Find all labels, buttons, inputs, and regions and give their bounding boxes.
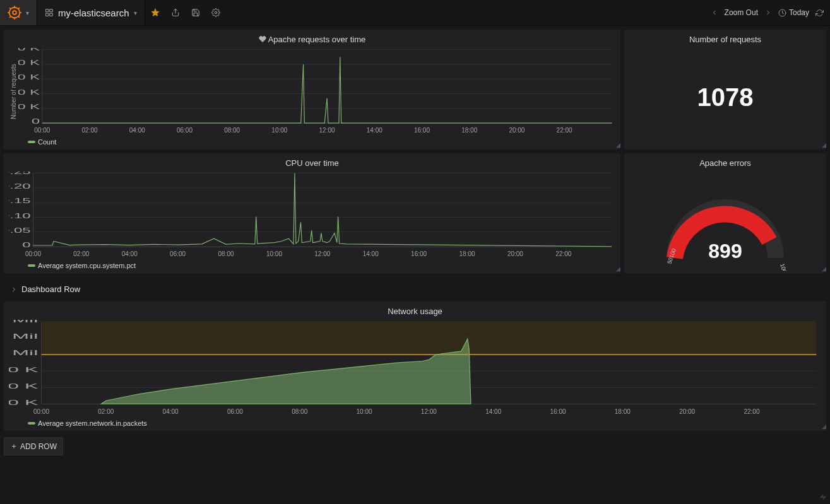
- svg-rect-3: [46, 9, 49, 12]
- resize-handle-icon[interactable]: ◢: [616, 265, 619, 272]
- x-tick: 08:00: [218, 250, 234, 257]
- bolt-icon: [819, 493, 827, 501]
- svg-text:700 K: 700 K: [9, 398, 38, 406]
- panel-apache-requests[interactable]: Apache requests over time Number of requ…: [4, 30, 620, 149]
- svg-text:0: 0: [22, 242, 30, 249]
- x-tick: 12:00: [314, 250, 330, 257]
- plus-icon: ＋: [10, 441, 18, 452]
- svg-text:40 K: 40 K: [18, 59, 40, 66]
- resize-handle-icon[interactable]: ◢: [822, 423, 825, 430]
- star-icon: [151, 8, 160, 17]
- x-tick: 04:00: [129, 127, 145, 134]
- share-button[interactable]: [165, 0, 186, 25]
- x-tick: 10:00: [266, 250, 282, 257]
- svg-rect-4: [50, 9, 52, 12]
- svg-text:30 K: 30 K: [18, 74, 40, 81]
- x-tick: 20:00: [507, 250, 523, 257]
- panel-title: CPU over time: [4, 153, 620, 169]
- svg-text:0.20: 0.20: [9, 183, 31, 190]
- x-tick: 16:00: [550, 408, 566, 415]
- row-1: Apache requests over time Number of requ…: [0, 26, 830, 277]
- panel-apache-errors[interactable]: Apache errors 899 50100 1000 ◢: [624, 153, 826, 273]
- x-tick: 18:00: [459, 250, 475, 257]
- x-tick: 02:00: [82, 127, 98, 134]
- y-axis-title: Number of requests: [9, 48, 18, 136]
- svg-marker-58: [820, 493, 827, 501]
- resize-handle-icon[interactable]: ◢: [616, 141, 619, 148]
- x-tick: 14:00: [485, 408, 501, 415]
- grid-icon: [45, 8, 54, 17]
- svg-text:0.25: 0.25: [9, 172, 31, 175]
- add-row-button[interactable]: ＋ ADD ROW: [4, 437, 63, 455]
- row-header-label: Dashboard Row: [21, 284, 80, 294]
- svg-marker-7: [151, 9, 159, 16]
- x-tick: 10:00: [271, 127, 287, 134]
- panel-request-count[interactable]: Number of requests 1078 ◢: [624, 30, 826, 149]
- resize-handle-icon[interactable]: ◢: [822, 141, 825, 148]
- row-3: Network usage 700 K800 K900 K1.0 Mil1.1 …: [0, 302, 830, 435]
- resize-handle-icon[interactable]: ◢: [822, 265, 825, 272]
- x-tick: 00:00: [34, 127, 50, 134]
- zoom-out-label: Zoom Out: [725, 8, 758, 17]
- grafana-logo-icon: [8, 6, 21, 20]
- clock-icon: [778, 9, 786, 17]
- x-tick: 22:00: [557, 127, 572, 134]
- x-tick: 18:00: [615, 408, 631, 415]
- chevron-right-icon: [10, 286, 18, 293]
- svg-text:1.0 Mil: 1.0 Mil: [9, 349, 38, 357]
- dashboard-title: my-elasticsearch: [58, 8, 129, 18]
- panel-title: Network usage: [4, 302, 826, 317]
- stat-value: 1078: [697, 83, 754, 112]
- refresh-icon[interactable]: [815, 9, 824, 17]
- chevron-left-icon: [711, 9, 718, 16]
- x-tick: 20:00: [509, 127, 525, 134]
- panel-network-usage[interactable]: Network usage 700 K800 K900 K1.0 Mil1.1 …: [4, 302, 826, 431]
- svg-rect-6: [50, 13, 52, 16]
- svg-text:20 K: 20 K: [18, 88, 40, 96]
- gauge-chart: 899 50100 1000: [656, 182, 795, 271]
- x-tick: 06:00: [170, 250, 186, 257]
- svg-text:900 K: 900 K: [9, 365, 38, 373]
- x-tick: 12:00: [319, 127, 335, 134]
- chevron-down-icon: ▾: [134, 9, 137, 16]
- x-tick: 02:00: [73, 250, 89, 257]
- save-button[interactable]: [186, 0, 206, 25]
- time-picker[interactable]: Zoom Out Today: [704, 0, 830, 25]
- svg-point-9: [215, 11, 217, 14]
- svg-text:0: 0: [32, 118, 40, 126]
- svg-text:800 K: 800 K: [9, 382, 38, 390]
- dashboard-picker[interactable]: my-elasticsearch ▾: [37, 0, 145, 25]
- x-tick: 10:00: [357, 408, 372, 415]
- dashboard-row-toggle[interactable]: Dashboard Row: [4, 281, 826, 298]
- x-tick: 14:00: [367, 127, 382, 134]
- svg-point-2: [13, 11, 16, 14]
- x-tick: 06:00: [177, 127, 193, 134]
- svg-text:1000: 1000: [779, 263, 789, 271]
- svg-text:50 K: 50 K: [18, 48, 40, 52]
- settings-button[interactable]: [206, 0, 226, 25]
- x-tick: 04:00: [122, 250, 138, 257]
- svg-text:0.15: 0.15: [9, 197, 31, 205]
- svg-text:0.10: 0.10: [9, 212, 31, 220]
- add-row-label: ADD ROW: [20, 442, 57, 451]
- x-tick: 12:00: [421, 408, 437, 415]
- x-tick: 18:00: [461, 127, 477, 134]
- star-button[interactable]: [145, 0, 165, 25]
- brand-menu[interactable]: ▾: [0, 0, 37, 25]
- panel-title: Apache errors: [624, 153, 826, 169]
- panel-cpu[interactable]: CPU over time 00.050.100.150.200.2500:00…: [4, 153, 620, 273]
- x-tick: 08:00: [292, 408, 307, 415]
- heart-icon: [259, 35, 266, 43]
- x-tick: 00:00: [33, 408, 49, 415]
- x-tick: 04:00: [163, 408, 179, 415]
- x-tick: 16:00: [414, 127, 430, 134]
- x-tick: 06:00: [227, 408, 243, 415]
- panel-title: Apache requests over time: [4, 30, 620, 45]
- legend: Average system.cpu.system.pct: [9, 259, 615, 271]
- x-tick: 22:00: [555, 250, 571, 257]
- x-tick: 16:00: [411, 250, 427, 257]
- chevron-down-icon: ▾: [26, 9, 29, 16]
- chevron-right-icon: [764, 9, 772, 16]
- svg-text:10 K: 10 K: [18, 103, 40, 110]
- x-tick: 02:00: [98, 408, 114, 415]
